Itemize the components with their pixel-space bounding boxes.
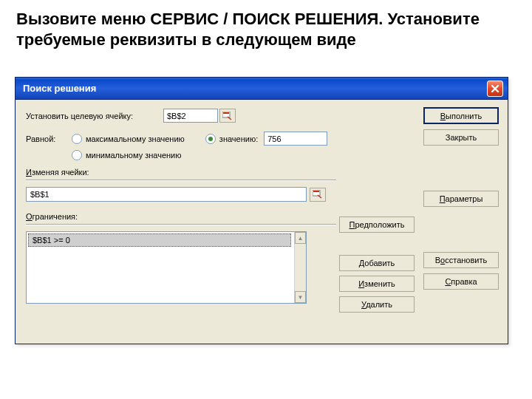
constraints-listbox[interactable]: $B$1 >= 0 ▲ ▼	[26, 231, 307, 304]
execute-button[interactable]: Выполнить	[423, 107, 499, 124]
radio-value-icon	[205, 134, 216, 144]
constraints-label: Ограничения:	[26, 212, 336, 221]
constraint-item[interactable]: $B$1 >= 0	[28, 233, 291, 247]
options-button[interactable]: Параметры	[423, 191, 499, 207]
titlebar[interactable]: Поиск решения	[16, 78, 508, 100]
divider-changing	[26, 180, 336, 181]
target-ref-icon[interactable]	[219, 109, 236, 123]
change-button[interactable]: Изменить	[339, 276, 415, 292]
reset-button[interactable]: Восстановить	[423, 252, 499, 268]
target-cell-input[interactable]	[163, 109, 218, 123]
radio-value-label: значению:	[219, 134, 258, 143]
changing-cells-input[interactable]	[26, 187, 307, 202]
delete-button[interactable]: Удалить	[339, 296, 415, 313]
close-button[interactable]: Закрыть	[423, 129, 499, 146]
radio-max-label: максимальному значению	[86, 134, 185, 143]
help-button[interactable]: Справка	[423, 273, 499, 290]
scroll-up-icon[interactable]: ▲	[295, 232, 306, 244]
slide-heading: Вызовите меню СЕРВИС / ПОИСК РЕШЕНИЯ. Ус…	[0, 0, 532, 57]
scroll-down-icon[interactable]: ▼	[295, 291, 306, 303]
solver-dialog: Поиск решения Установить целевую ячейку:…	[15, 77, 508, 344]
add-button[interactable]: Добавить	[339, 255, 415, 271]
radio-value[interactable]: значению:	[205, 134, 258, 144]
svg-rect-1	[223, 112, 229, 114]
changing-ref-icon[interactable]	[310, 188, 326, 202]
guess-button[interactable]: Предположить	[339, 216, 415, 233]
divider-constraints	[26, 224, 336, 225]
radio-min-label: минимальному значению	[86, 151, 182, 160]
target-cell-label: Установить целевую ячейку:	[26, 112, 163, 120]
window-title: Поиск решения	[23, 83, 487, 94]
value-input[interactable]	[264, 132, 327, 146]
radio-min[interactable]: минимальному значению	[72, 150, 182, 160]
radio-max[interactable]: максимальному значению	[72, 134, 185, 144]
scrollbar[interactable]: ▲ ▼	[294, 232, 306, 303]
radio-max-icon	[72, 134, 82, 144]
radio-min-icon	[72, 150, 82, 160]
close-icon[interactable]	[487, 81, 503, 97]
changing-cells-label: Изменяя ячейки:	[26, 168, 336, 177]
equal-label: Равной:	[26, 134, 72, 143]
svg-rect-3	[313, 191, 319, 192]
